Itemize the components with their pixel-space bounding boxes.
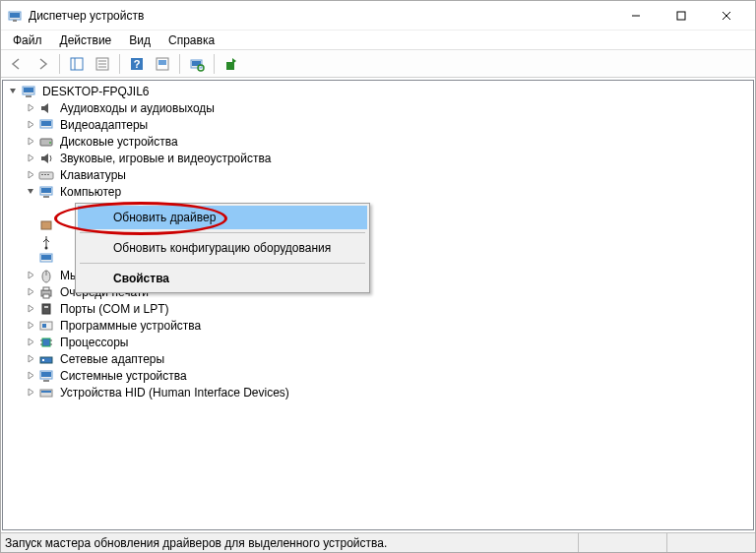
close-button[interactable]: [704, 1, 749, 31]
svg-point-27: [49, 142, 51, 144]
context-menu-separator: [80, 263, 365, 264]
maximize-button[interactable]: [659, 1, 704, 31]
menu-file[interactable]: Файл: [5, 31, 50, 49]
expand-icon[interactable]: [25, 154, 36, 162]
tree-root[interactable]: DESKTOP-FPQJIL6: [7, 83, 753, 99]
context-menu-properties[interactable]: Свойства: [78, 267, 367, 290]
forward-button[interactable]: [31, 53, 54, 75]
tree-category-sound[interactable]: Звуковые, игровые и видеоустройства: [7, 150, 753, 166]
expand-icon[interactable]: [25, 287, 36, 296]
svg-rect-54: [42, 359, 44, 361]
context-menu-scan-hardware[interactable]: Обновить конфигурацию оборудования: [78, 236, 367, 260]
scan-hardware-button[interactable]: [185, 53, 209, 75]
context-menu-item-label: Обновить драйвер: [113, 211, 216, 224]
expand-icon[interactable]: [25, 388, 36, 397]
expand-icon[interactable]: [25, 170, 36, 179]
expand-icon[interactable]: [25, 137, 36, 146]
svg-rect-1: [10, 13, 20, 18]
tree-category-system[interactable]: Системные устройства: [7, 367, 753, 384]
context-menu-item-label: Свойства: [113, 272, 169, 285]
help-button[interactable]: ?: [125, 53, 149, 75]
tree-category-ports[interactable]: Порты (COM и LPT): [7, 300, 753, 317]
svg-rect-45: [44, 306, 48, 308]
expand-icon[interactable]: [25, 120, 36, 129]
expand-icon[interactable]: [25, 371, 36, 380]
expand-icon[interactable]: [25, 354, 36, 363]
audio-icon: [38, 100, 54, 116]
expand-icon[interactable]: [25, 338, 36, 346]
svg-rect-23: [26, 95, 32, 97]
tree-item-label: Аудиовходы и аудиовыходы: [58, 101, 217, 115]
printer-icon: [38, 284, 54, 300]
svg-rect-2: [13, 20, 17, 22]
tree-category-network[interactable]: Сетевые адаптеры: [7, 350, 753, 367]
tree-category-display[interactable]: Видеоадаптеры: [7, 116, 753, 133]
expand-icon[interactable]: [25, 321, 36, 330]
svg-rect-57: [43, 380, 49, 382]
tree-item-label: Системные устройства: [58, 369, 189, 383]
update-driver-button[interactable]: [220, 53, 243, 75]
svg-rect-25: [41, 121, 51, 126]
tree-category-processors[interactable]: Процессоры: [7, 334, 753, 350]
sound-icon: [38, 151, 54, 166]
window-controls: [613, 1, 749, 31]
svg-rect-44: [42, 304, 50, 314]
context-menu: Обновить драйвер Обновить конфигурацию о…: [75, 203, 370, 293]
svg-rect-31: [47, 174, 49, 175]
usb-icon: [38, 234, 54, 250]
hid-icon: [38, 385, 54, 400]
tree-category-software[interactable]: Программные устройства: [7, 317, 753, 334]
keyboard-icon: [38, 167, 54, 183]
expand-icon[interactable]: [25, 304, 36, 313]
device-tree[interactable]: DESKTOP-FPQJIL6 Аудиовходы и аудиовыходы…: [2, 80, 754, 530]
svg-rect-16: [158, 60, 166, 65]
titlebar: Диспетчер устройств: [1, 1, 755, 31]
svg-rect-33: [41, 188, 51, 193]
back-button[interactable]: [5, 53, 29, 75]
svg-rect-48: [42, 338, 50, 346]
toolbar-separator: [59, 54, 60, 74]
collapse-icon[interactable]: [7, 87, 19, 95]
minimize-button[interactable]: [613, 1, 659, 31]
display-adapter-icon: [38, 117, 54, 133]
tree-item-label: Устройства HID (Human Interface Devices): [58, 386, 291, 399]
action-button[interactable]: [151, 53, 174, 75]
show-hide-tree-button[interactable]: [65, 53, 89, 75]
tree-category-audio-io[interactable]: Аудиовходы и аудиовыходы: [7, 99, 753, 116]
tree-category-computer[interactable]: Компьютер: [7, 183, 753, 200]
expand-icon[interactable]: [25, 103, 36, 112]
expand-icon[interactable]: [25, 271, 36, 279]
tree-item-label: Сетевые адаптеры: [58, 352, 166, 366]
svg-text:?: ?: [134, 58, 141, 70]
context-menu-update-driver[interactable]: Обновить драйвер: [78, 206, 367, 229]
software-device-icon: [38, 318, 54, 334]
svg-rect-30: [44, 174, 46, 175]
tree-category-keyboard[interactable]: Клавиатуры: [7, 166, 753, 183]
computer-icon: [21, 84, 36, 99]
tree-category-hid[interactable]: Устройства HID (Human Interface Devices): [7, 384, 753, 400]
tree-category-disk[interactable]: Дисковые устройства: [7, 133, 753, 150]
port-icon: [38, 301, 54, 317]
menu-help[interactable]: Справка: [160, 31, 222, 49]
svg-rect-38: [41, 255, 51, 260]
menubar: Файл Действие Вид Справка: [1, 31, 755, 50]
svg-rect-34: [43, 196, 49, 198]
statusbar-cell: [666, 533, 755, 552]
svg-rect-59: [41, 391, 51, 393]
svg-rect-56: [41, 372, 51, 377]
cpu-icon: [38, 335, 54, 350]
collapse-icon[interactable]: [25, 187, 36, 196]
menu-action[interactable]: Действие: [52, 31, 120, 49]
menu-view[interactable]: Вид: [121, 31, 158, 49]
disk-icon: [38, 134, 54, 150]
properties-button[interactable]: [91, 53, 114, 75]
tree-item-label: Компьютер: [58, 185, 123, 199]
statusbar-cell: [578, 533, 666, 552]
svg-point-36: [45, 246, 48, 249]
context-menu-separator: [80, 232, 365, 233]
app-icon: [7, 8, 23, 24]
tree-item-label: Порты (COM и LPT): [58, 302, 171, 316]
network-icon: [38, 351, 54, 367]
svg-rect-35: [41, 221, 51, 229]
svg-rect-22: [24, 88, 33, 92]
